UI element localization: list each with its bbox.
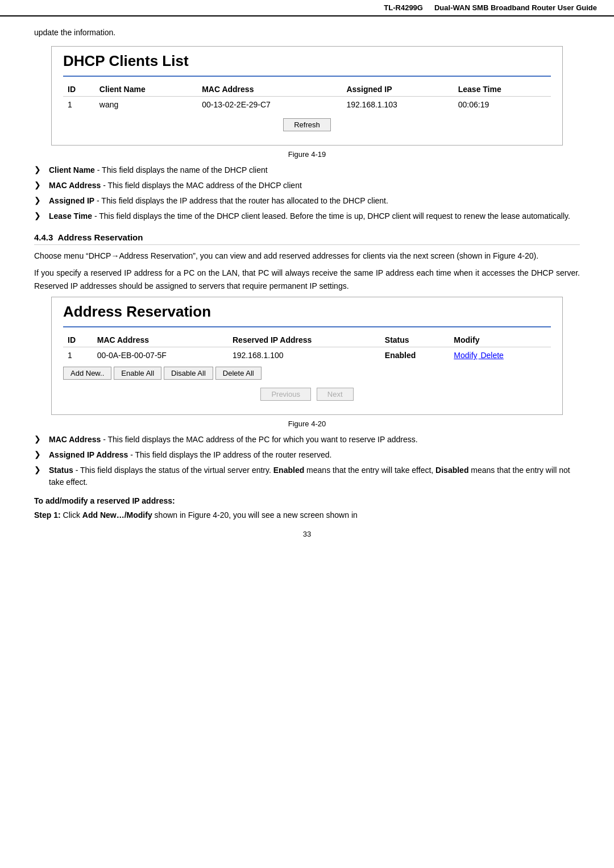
next-button[interactable]: Next (317, 388, 354, 401)
res-table-header: ID MAC Address Reserved IP Address Statu… (63, 333, 551, 347)
bullet-arrow: ❯ (34, 465, 43, 474)
bullet-term: Assigned IP (49, 196, 94, 205)
bullet-term: MAC Address (49, 181, 101, 190)
section-443-heading: 4.4.3Address Reservation (34, 232, 580, 245)
step1-bold: Add New…/Modify (82, 510, 152, 520)
box-divider2 (63, 326, 551, 327)
bullet-term: Assigned IP Address (49, 450, 128, 459)
bullet-text: Assigned IP - This field displays the IP… (49, 195, 580, 207)
res-table-row: 1 00-0A-EB-00-07-5F 192.168.1.100 Enable… (63, 347, 551, 364)
bullet-text: Status - This field displays the status … (49, 464, 580, 488)
res-action-row: Add New..Enable AllDisable AllDelete All (63, 367, 551, 380)
res-id: 1 (63, 347, 93, 364)
section-title: Address Reservation (57, 232, 143, 242)
list-item: ❯MAC Address - This field displays the M… (34, 180, 580, 192)
bullet-text: MAC Address - This field displays the MA… (49, 434, 580, 446)
res-bullet-list: ❯MAC Address - This field displays the M… (34, 434, 580, 488)
dhcp-client-name: wang (95, 97, 197, 113)
address-reservation-box: Address Reservation ID MAC Address Reser… (51, 297, 563, 415)
section-443-para2: If you specify a reserved IP address for… (34, 267, 580, 292)
res-nav-area: Previous Next (63, 382, 551, 403)
page-number: 33 (34, 530, 580, 538)
model-label: TL-R4299G (384, 3, 423, 12)
refresh-button[interactable]: Refresh (283, 118, 331, 131)
dhcp-clients-table: ID Client Name MAC Address Assigned IP L… (63, 82, 551, 113)
res-action-button[interactable]: Delete All (215, 367, 262, 380)
col-client-name: Client Name (95, 82, 197, 97)
section-number: 4.4.3 (34, 232, 53, 242)
address-res-title: Address Reservation (63, 303, 551, 321)
bullet-bold3: Disabled (435, 466, 468, 475)
dhcp-bullet-list: ❯Client Name - This field displays the n… (34, 164, 580, 222)
dhcp-mac: 00-13-02-2E-29-C7 (197, 97, 342, 113)
dhcp-table-header: ID Client Name MAC Address Assigned IP L… (63, 82, 551, 97)
res-mac: 00-0A-EB-00-07-5F (93, 347, 228, 364)
delete-link[interactable]: Delete (479, 351, 504, 360)
previous-button[interactable]: Previous (260, 388, 311, 401)
dhcp-clients-box: DHCP Clients List ID Client Name MAC Add… (51, 46, 563, 146)
col-id: ID (63, 82, 95, 97)
bullet-arrow: ❯ (34, 180, 43, 189)
res-action-button[interactable]: Disable All (164, 367, 213, 380)
bullet-term: Client Name (49, 165, 95, 175)
bullet-term: Lease Time (49, 211, 92, 221)
bullet-text: Client Name - This field displays the na… (49, 164, 580, 176)
step1-label: Step 1: (34, 510, 61, 520)
step1-text: Click (61, 510, 82, 520)
bullet-term: Status (49, 466, 73, 475)
col-assigned-ip: Assigned IP (342, 82, 453, 97)
res-col-mac: MAC Address (93, 333, 228, 347)
bullet-arrow: ❯ (34, 434, 43, 443)
list-item: ❯Status - This field displays the status… (34, 464, 580, 488)
bullet-text: Assigned IP Address - This field display… (49, 449, 580, 461)
figure-20-label: Figure 4-20 (34, 420, 580, 428)
list-item: ❯Client Name - This field displays the n… (34, 164, 580, 176)
res-action-button[interactable]: Enable All (114, 367, 161, 380)
step-1-text: Step 1: Click Add New…/Modify shown in F… (34, 509, 580, 521)
col-mac-address: MAC Address (197, 82, 342, 97)
bullet-arrow: ❯ (34, 196, 43, 205)
list-item: ❯MAC Address - This field displays the M… (34, 434, 580, 446)
box-divider (63, 76, 551, 77)
res-col-modify: Modify (449, 333, 551, 347)
res-status: Enabled (380, 347, 450, 364)
main-content: update the information. DHCP Clients Lis… (0, 16, 614, 550)
header-bar: TL-R4299G Dual-WAN SMB Broadband Router … (0, 0, 614, 16)
res-modify-delete: Modify Delete (449, 347, 551, 364)
intro-text: update the information. (34, 28, 580, 37)
bullet-arrow: ❯ (34, 450, 43, 459)
bullet-term: MAC Address (49, 435, 101, 444)
dhcp-btn-area: Refresh (63, 113, 551, 134)
dhcp-lease-time: 00:06:19 (454, 97, 551, 113)
dhcp-clients-title: DHCP Clients List (63, 52, 551, 70)
dhcp-assigned-ip: 192.168.1.103 (342, 97, 453, 113)
list-item: ❯Assigned IP - This field displays the I… (34, 195, 580, 207)
bullet-bold2: Enabled (273, 466, 304, 475)
res-col-ip: Reserved IP Address (228, 333, 380, 347)
list-item: ❯Assigned IP Address - This field displa… (34, 449, 580, 461)
bullet-text: MAC Address - This field displays the MA… (49, 180, 580, 192)
figure-19-label: Figure 4-19 (34, 150, 580, 159)
res-col-id: ID (63, 333, 93, 347)
bullet-text: Lease Time - This field displays the tim… (49, 210, 580, 222)
bullet-arrow: ❯ (34, 165, 43, 174)
step1-text2: shown in Figure 4-20, you will see a new… (152, 510, 358, 520)
res-action-button[interactable]: Add New.. (63, 367, 111, 380)
col-lease-time: Lease Time (454, 82, 551, 97)
address-res-table: ID MAC Address Reserved IP Address Statu… (63, 333, 551, 363)
res-col-status: Status (380, 333, 450, 347)
modify-link[interactable]: Modify (454, 351, 477, 360)
res-ip: 192.168.1.100 (228, 347, 380, 364)
guide-title: Dual-WAN SMB Broadband Router User Guide (434, 3, 597, 12)
bullet-arrow: ❯ (34, 211, 43, 220)
section-443-para1: Choose menu “DHCP→Address Reservation”, … (34, 250, 580, 262)
dhcp-table-row: 1 wang 00-13-02-2E-29-C7 192.168.1.103 0… (63, 97, 551, 113)
dhcp-id: 1 (63, 97, 95, 113)
list-item: ❯Lease Time - This field displays the ti… (34, 210, 580, 222)
to-add-heading: To add/modify a reserved IP address: (34, 496, 580, 505)
